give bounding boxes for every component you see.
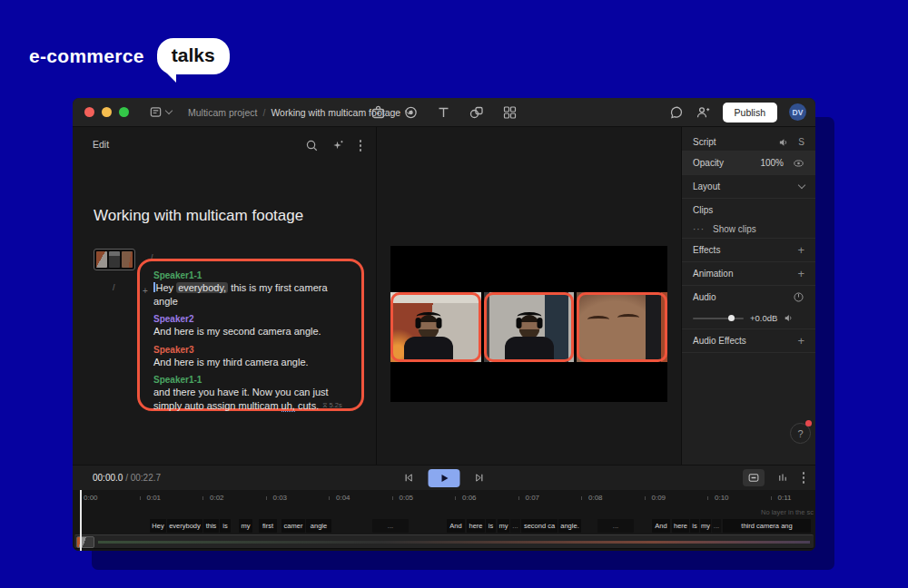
show-clips-row[interactable]: ··· Show clips <box>682 220 815 239</box>
gain-automation-icon[interactable] <box>793 291 804 303</box>
word-chip[interactable]: my <box>239 519 252 533</box>
media-track[interactable] <box>74 534 814 549</box>
word-chip[interactable]: Hey <box>150 519 166 533</box>
word-chip[interactable]: here <box>467 519 485 533</box>
word-chip[interactable]: is <box>220 519 231 533</box>
ruler-tick <box>707 496 708 500</box>
playhead[interactable] <box>80 490 82 551</box>
word-chip[interactable]: my <box>498 519 509 533</box>
filler-word[interactable]: uh, <box>281 400 295 412</box>
transcript-paragraphs[interactable]: Speaker1-1Hey everybody, this is my firs… <box>153 270 350 412</box>
word-chip[interactable]: first <box>259 519 277 533</box>
inspector-row-effects[interactable]: Effects + <box>682 239 815 262</box>
play-button[interactable] <box>429 469 460 487</box>
volume-icon[interactable] <box>784 313 794 323</box>
word-chip[interactable]: my <box>700 519 711 533</box>
media-bag-icon[interactable] <box>371 105 386 120</box>
ruler-label: 0:01 <box>147 494 162 502</box>
timeline-ruler[interactable]: 0:000:010:020:030:040:050:060:070:080:09… <box>73 490 815 506</box>
gap-duration-marker[interactable]: ⧖ 5.2s <box>322 401 342 409</box>
avatar[interactable]: DV <box>789 103 806 121</box>
add-animation-button[interactable]: + <box>797 267 804 280</box>
camera-angle-2[interactable] <box>484 292 575 362</box>
word-chip[interactable]: is <box>486 519 496 533</box>
breadcrumb-project[interactable]: Multicam project <box>188 107 257 118</box>
highlighted-word[interactable]: everybody, <box>176 282 228 293</box>
document-title[interactable]: Working with multicam footage <box>94 207 303 225</box>
no-layer-text: No layer in the sc <box>761 508 815 516</box>
layout-grid-icon[interactable] <box>503 105 518 120</box>
gain-value[interactable]: +0.0dB <box>750 313 777 323</box>
minimize-window-button[interactable] <box>102 107 112 117</box>
inspector-row-animation[interactable]: Animation + <box>682 262 815 286</box>
camera-angle-1[interactable] <box>390 292 481 362</box>
clip-thumbnail[interactable] <box>76 536 94 548</box>
scene-thumbnail[interactable] <box>94 249 135 270</box>
inspector-row-audio-effects[interactable]: Audio Effects + <box>682 329 815 353</box>
skip-to-end-icon[interactable] <box>474 472 486 484</box>
word-chip[interactable]: ... <box>597 519 634 533</box>
word-chip[interactable]: And <box>652 519 670 533</box>
slider-knob[interactable] <box>728 315 735 321</box>
record-icon[interactable] <box>404 105 419 120</box>
more-options-icon[interactable] <box>358 138 364 153</box>
publish-button[interactable]: Publish <box>723 103 777 122</box>
project-menu[interactable] <box>149 105 172 119</box>
tab-edit[interactable]: Edit <box>93 139 109 150</box>
clips-dots-icon[interactable]: ··· <box>693 224 705 234</box>
word-track[interactable]: Heyeverybodythisismyfirstcamerangle...An… <box>73 519 815 534</box>
word-chip[interactable]: And <box>447 519 465 533</box>
add-effect-button[interactable]: + <box>797 243 804 257</box>
transcript-line[interactable]: Hey everybody, this is my first camera a… <box>153 281 350 308</box>
ai-sparkle-icon[interactable] <box>331 139 345 152</box>
word-chip[interactable]: second ca <box>521 519 558 533</box>
waveform <box>98 541 810 544</box>
word-chip[interactable]: angle. <box>558 519 581 533</box>
text-tool-icon[interactable] <box>437 105 451 120</box>
inspector-row-script[interactable]: Script S <box>682 133 815 152</box>
word-chip[interactable]: here <box>672 519 689 533</box>
word-chip[interactable]: is <box>690 519 699 533</box>
brand-bubble: talks <box>157 38 230 74</box>
word-chip[interactable]: ... <box>510 519 520 533</box>
eye-icon[interactable] <box>793 158 804 169</box>
notification-dot <box>805 420 812 426</box>
inspector-row-audio[interactable]: Audio <box>682 286 815 308</box>
transcript-line[interactable]: And here is my third camera angle. <box>153 356 350 369</box>
preview-panel <box>377 127 681 465</box>
speaker-icon[interactable] <box>778 137 789 148</box>
word-chip[interactable]: this <box>203 519 219 533</box>
zoom-window-button[interactable] <box>119 107 129 117</box>
word-chip[interactable]: ... <box>372 519 409 533</box>
inspector-row-layout[interactable]: Layout <box>682 175 815 199</box>
volume-slider[interactable] <box>693 318 744 319</box>
skip-to-start-icon[interactable] <box>403 472 415 484</box>
add-collaborator-icon[interactable] <box>696 105 711 120</box>
close-window-button[interactable] <box>84 107 94 117</box>
comments-icon[interactable] <box>669 105 684 120</box>
thumb-frame-1 <box>96 251 107 268</box>
transcript-line[interactable]: And here is my second camera angle. <box>153 325 350 338</box>
ruler-tick <box>392 496 393 500</box>
tracks-icon[interactable] <box>776 472 789 484</box>
shapes-icon[interactable] <box>469 105 485 120</box>
timeline-view-toggle[interactable] <box>743 469 765 486</box>
show-clips-label[interactable]: Show clips <box>713 224 804 234</box>
inspector-row-opacity[interactable]: Opacity 100% <box>682 152 815 175</box>
word-chip[interactable]: angle <box>306 519 331 533</box>
opacity-value[interactable]: 100% <box>760 158 784 168</box>
timeline[interactable]: 0:000:010:020:030:040:050:060:070:080:09… <box>73 490 815 551</box>
margin-slash-marker: / <box>113 283 115 292</box>
word-chip[interactable]: third camera ang <box>723 519 811 533</box>
search-icon[interactable] <box>305 139 319 152</box>
timeline-more-options-icon[interactable] <box>801 470 807 485</box>
transcript-line[interactable]: and there you have it. Now you can just … <box>153 386 350 412</box>
add-audio-effect-button[interactable]: + <box>797 334 804 348</box>
word-chip[interactable]: ... <box>712 519 721 533</box>
insert-plus-marker[interactable]: + <box>143 286 148 296</box>
video-canvas[interactable] <box>390 246 667 402</box>
word-chip[interactable]: camer <box>281 519 305 533</box>
word-chip[interactable]: everybody <box>167 519 202 533</box>
brand-name: e-commerce <box>29 45 144 67</box>
camera-angle-3[interactable] <box>577 292 667 362</box>
